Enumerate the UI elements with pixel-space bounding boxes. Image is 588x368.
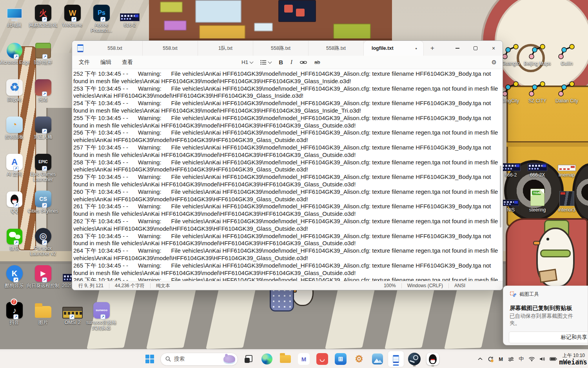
tab-label: 558路.txt: [271, 45, 290, 52]
icon-holder: ↗: [62, 301, 83, 319]
list-style-dropdown[interactable]: [260, 60, 271, 65]
search-box[interactable]: 搜索: [160, 353, 238, 366]
huawei-appgallery-button-glyph: ◡: [319, 355, 325, 363]
start-button[interactable]: [142, 351, 158, 367]
gear-app-button[interactable]: ⚙: [351, 351, 367, 367]
desktop-icon-omsi2[interactable]: ↗OMSI 2: [56, 301, 89, 325]
tab-logfile.txt[interactable]: logfile.txt●: [364, 41, 423, 56]
task-view-button[interactable]: [241, 351, 256, 367]
ime-indicator[interactable]: 中: [517, 352, 526, 366]
line-ending-type[interactable]: Windows (CRLF): [407, 283, 443, 288]
wallpaper-shop-item: [195, 0, 241, 23]
bold-button[interactable]: B: [279, 59, 283, 66]
volume-icon[interactable]: [537, 352, 547, 366]
desktop-icon-sunflower-remote[interactable]: ▶↗向日葵远程控制: [27, 264, 60, 288]
sunflower-remote-glyph: ▶: [41, 270, 45, 277]
text-editor[interactable]: 252 下午 10:34:45 - - Warning: File vehicl…: [72, 69, 503, 281]
menu-bar: 文件编辑查看: [72, 59, 133, 66]
minimize-button[interactable]: [448, 41, 466, 56]
maximize-button[interactable]: [466, 41, 485, 56]
desktop-icon-sz-city[interactable]: SZ CITY: [521, 79, 554, 104]
tab-558.txt[interactable]: 558.txt: [143, 41, 198, 56]
desktop-icon-sky[interactable]: ↗光遇: [27, 78, 60, 102]
strikethrough-button[interactable]: ab: [314, 59, 320, 65]
huawei-appgallery-button[interactable]: ◡: [314, 351, 330, 367]
m-app-button[interactable]: M: [296, 351, 312, 367]
desktop-icon-identity-v[interactable]: ↗第五人格: [27, 115, 60, 140]
tab-558.txt[interactable]: 558.txt: [87, 41, 143, 56]
battery-icon: [550, 357, 557, 361]
photos-app-button[interactable]: [370, 351, 385, 367]
link-button[interactable]: [300, 60, 307, 65]
m-app-button-glyph: M: [301, 356, 307, 363]
icon-holder: [528, 79, 546, 97]
new-tab-button[interactable]: +: [426, 42, 438, 54]
menu-文件[interactable]: 文件: [79, 59, 90, 66]
notepad-tab-bar: 558.txt558.txt1队.txt558路.txt558路.txtlogf…: [72, 41, 503, 56]
ime-indicator-glyph: 中: [519, 355, 524, 363]
shortcut-arrow-icon: ↗: [100, 314, 105, 319]
format-toolbar: H1 B I ab: [241, 59, 320, 66]
menu-查看[interactable]: 查看: [122, 59, 133, 66]
desktop-icon-minecraft[interactable]: ↗我的世界: [27, 40, 60, 65]
desktop-icon-netease-games[interactable]: 火↗网易发烧游戏: [27, 3, 60, 28]
desktop-icon-label: Paradox Launcher v2: [27, 246, 60, 257]
zoom-level[interactable]: 100%: [384, 283, 396, 288]
steam-icon: [408, 353, 421, 365]
close-button[interactable]: ×: [485, 41, 503, 56]
desktop-icon-interior3[interactable]: interior3: [550, 188, 583, 213]
desktop-icon-sunwoo-converter[interactable]: sunwoo↗sunwoo音频格式转换器: [85, 301, 118, 331]
battery-icon[interactable]: [548, 352, 559, 366]
desktop-icon-epic-games-launcher[interactable]: EPIC↗Epic Games Launcher: [27, 152, 60, 182]
desktop-icon-label: Epic Games Launcher: [27, 171, 60, 182]
notepad-app-button[interactable]: [388, 351, 404, 367]
recycle-bin-icon: ♻: [6, 79, 23, 96]
edge-browser-button[interactable]: [259, 351, 275, 367]
sync-tray-icon[interactable]: [486, 352, 495, 366]
mark-and-share-button[interactable]: 标记和共享: [509, 332, 588, 343]
tab-1队.txt[interactable]: 1队.txt: [198, 41, 253, 56]
notepad-app-icon: [77, 44, 83, 52]
desktop-icon-linemap[interactable]: linemap: [550, 153, 583, 178]
tab-558路.txt[interactable]: 558路.txt: [309, 41, 364, 56]
cursor-position: 行 9, 列 121: [78, 282, 103, 289]
log-line: 264 下午 10:34:45 - - Warning: File vehicl…: [73, 247, 500, 262]
desktop-icon-pictures[interactable]: 图片: [27, 301, 60, 325]
tab-558路.txt[interactable]: 558路.txt: [253, 41, 309, 56]
italic-button[interactable]: I: [290, 59, 292, 66]
desktop-icon-paradox-launcher[interactable]: ◎↗Paradox Launcher v2: [27, 226, 60, 257]
qq-penguin-icon: [429, 354, 437, 364]
file-explorer-button[interactable]: [278, 351, 293, 367]
pictures-icon: [35, 306, 51, 318]
desktop-icon-cities-skylines[interactable]: CS↗Cities Skylines: [27, 189, 60, 214]
desktop-icon-steering[interactable]: steering: [521, 188, 554, 213]
microsoft-store-button[interactable]: ⊞: [333, 351, 348, 367]
desktop-icon-wegame[interactable]: W↗WeGame: [56, 3, 89, 28]
desktop-icon-guilin[interactable]: Guilin: [550, 42, 583, 66]
sliders-tray-icon[interactable]: [506, 352, 516, 366]
menu-编辑[interactable]: 编辑: [100, 59, 111, 66]
m-tray-icon[interactable]: M: [496, 352, 506, 366]
desktop-icon-label: JingCity: [503, 98, 519, 104]
hidden-icons-chevron[interactable]: [475, 352, 485, 366]
nis-icon: [503, 200, 519, 206]
kugou-music-glyph: K: [12, 270, 17, 277]
scrollbar-thumb[interactable]: [500, 166, 501, 228]
desktop-icon-dalian-city[interactable]: Dalian City: [550, 79, 583, 104]
snipping-tool-toast[interactable]: 截图工具 屏幕截图已复制到剪贴板 已自动保存到屏幕截图文件夹。 标记和共享: [503, 286, 588, 345]
wallpaper-duck-mail-carrier: [536, 228, 575, 287]
desktop-icon-beijing-maps[interactable]: Beijing Maps: [521, 42, 554, 66]
heading-style-dropdown[interactable]: H1: [241, 59, 253, 65]
desktop-icon-616-2[interactable]: 616-2: [113, 3, 146, 28]
encoding-type[interactable]: ANSI: [454, 283, 465, 288]
steam-app-button[interactable]: [407, 351, 422, 367]
shortcut-arrow-icon: ↗: [13, 314, 18, 319]
monitor-stand: [11, 19, 18, 21]
photoshop-glyph: Ps: [98, 10, 105, 16]
wifi-icon[interactable]: [527, 352, 537, 366]
settings-gear-icon[interactable]: ⚙: [492, 59, 497, 66]
sz-city-icon: [528, 80, 546, 97]
desktop-icon-666-2x[interactable]: 666-2X: [521, 153, 554, 178]
qq-app-button[interactable]: [425, 351, 441, 367]
shortcut-arrow-icon: ↗: [14, 54, 19, 59]
